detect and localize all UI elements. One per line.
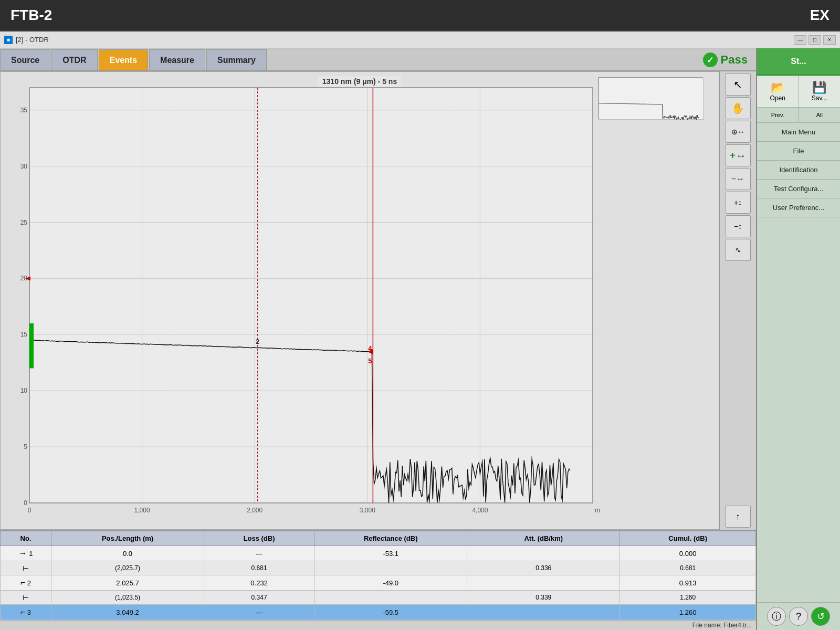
col-loss: Loss (dB) [204,531,314,546]
left-panel: Source OTDR Events Measure Summary ✓ [0,48,756,630]
tab-bar: Source OTDR Events Measure Summary ✓ [0,48,756,71]
maximize-button[interactable]: □ [808,35,821,45]
app-title: FTB-2 [10,7,52,24]
table-row-pos: 3,049.2 [51,605,204,620]
table-row-icon: ⊢ [1,561,51,575]
refresh-button[interactable]: ↺ [811,607,830,626]
table-row-pos: (1,023.5) [51,591,204,605]
all-button[interactable]: All [799,108,841,122]
table-row[interactable]: ⌐ 2 2,025.7 0.232 -49.0 0.913 [1,575,756,591]
col-att: Att. (dB/km) [467,531,620,546]
pass-checkmark: ✓ [703,52,718,67]
help-button[interactable]: ? [789,607,808,626]
main-content: Source OTDR Events Measure Summary ✓ [0,48,840,630]
zoom-vert-tool[interactable]: +↕ [726,192,751,214]
cursor-tool[interactable]: ↖ [726,74,751,96]
table-row[interactable]: → 1 0.0 --- -53.1 0.000 [1,546,756,561]
minimap [598,77,703,119]
open-save-row: 📂 Open 💾 Sav... [757,76,840,108]
col-pos: Pos./Length (m) [51,531,204,546]
table-row-reflectance [314,591,467,605]
col-reflectance: Reflectance (dB) [314,531,467,546]
table-row-loss: 0.232 [204,575,314,591]
file-menu-button[interactable]: File [757,142,840,161]
events-table-container: No. Pos./Length (m) Loss (dB) Reflectanc… [0,530,756,620]
info-button[interactable]: ⓘ [767,607,786,626]
close-button[interactable]: × [823,35,836,45]
dist-marker[interactable]: ∿ [726,239,751,261]
table-row-reflectance: -59.5 [314,605,467,620]
identification-button[interactable]: Identification [757,161,840,180]
save-button[interactable]: 💾 Sav... [799,76,841,107]
tab-measure[interactable]: Measure [149,49,205,70]
table-row[interactable]: ⊢ (1,023.5) 0.347 0.339 1.260 [1,591,756,605]
tab-events[interactable]: Events [99,49,148,70]
app-title-right: EX [810,7,830,24]
table-row-icon: ⊢ [1,591,51,605]
bottom-actions: ⓘ ? ↺ [757,602,840,630]
table-row-cumul: 1.260 [620,605,756,620]
table-row-cumul: 1.260 [620,591,756,605]
col-no: No. [1,531,51,546]
prev-all-row: Prev. All [757,108,840,123]
prev-button[interactable]: Prev. [757,108,799,122]
table-row-loss: --- [204,546,314,561]
table-row[interactable]: ⌐ 3 3,049.2 --- -59.5 1.260 [1,605,756,620]
table-row-cumul: 0.681 [620,561,756,575]
menu-panel: St... 📂 Open 💾 Sav... Prev. All [756,48,840,630]
window-title-text: [2] - OTDR [16,36,49,44]
pass-label: Pass [721,53,748,67]
window-title-bar: ■ [2] - OTDR — □ × [0,32,840,48]
tab-summary[interactable]: Summary [206,49,267,70]
zoom-area-tool[interactable]: ⊕↔ [726,121,751,143]
chart-title: 1310 nm (9 μm) - 5 ns [318,76,401,87]
table-row-loss: --- [204,605,314,620]
table-row-cumul: 0.000 [620,546,756,561]
file-name: File name: Fiber4.tr... [692,622,752,629]
table-row-att: 0.339 [467,591,620,605]
screen: ■ [2] - OTDR — □ × Source OTDR Events [0,32,840,630]
main-menu-button[interactable]: Main Menu [757,123,840,142]
window-controls: — □ × [794,35,836,45]
tab-otdr[interactable]: OTDR [51,49,97,70]
pan-tool[interactable]: ✋ [726,97,751,119]
zoom-out-tool[interactable]: −↔ [726,168,751,190]
table-row-pos: 2,025.7 [51,575,204,591]
table-row-att [467,546,620,561]
table-row-pos: (2,025.7) [51,561,204,575]
zoom-in-tool[interactable]: +↔ [726,144,751,166]
chart-area: 1310 nm (9 μm) - 5 ns [0,71,719,530]
table-row-loss: 0.681 [204,561,314,575]
tab-source[interactable]: Source [0,49,50,70]
pass-badge: ✓ Pass [703,49,748,70]
events-table: No. Pos./Length (m) Loss (dB) Reflectanc… [0,531,756,620]
file-name-bar: File name: Fiber4.tr... [0,620,756,630]
table-row-reflectance: -49.0 [314,575,467,591]
table-row-att [467,575,620,591]
tools-panel: ↖ ✋ ⊕↔ +↔ −↔ +↕ −↕ ∿ ↑ [719,71,756,530]
table-row-reflectance: -53.1 [314,546,467,561]
table-row-att: 0.336 [467,561,620,575]
table-row-pos: 0.0 [51,546,204,561]
user-prefs-button[interactable]: User Preferenc... [757,198,840,217]
open-button[interactable]: 📂 Open [757,76,799,107]
title-bar: FTB-2 EX [0,0,840,32]
scroll-up[interactable]: ↑ [726,506,751,528]
zoom-vert-out[interactable]: −↕ [726,215,751,237]
test-config-button[interactable]: Test Configura... [757,180,840,198]
window-icon: ■ [4,36,13,44]
col-cumul: Cumul. (dB) [620,531,756,546]
start-button[interactable]: St... [757,48,840,76]
table-row-icon: → 1 [1,546,51,561]
table-row-cumul: 0.913 [620,575,756,591]
table-row-loss: 0.347 [204,591,314,605]
table-row-reflectance [314,561,467,575]
table-row-icon: ⌐ 2 [1,575,51,591]
table-row[interactable]: ⊢ (2,025.7) 0.681 0.336 0.681 [1,561,756,575]
table-row-icon: ⌐ 3 [1,605,51,620]
table-row-att [467,605,620,620]
minimize-button[interactable]: — [794,35,806,45]
